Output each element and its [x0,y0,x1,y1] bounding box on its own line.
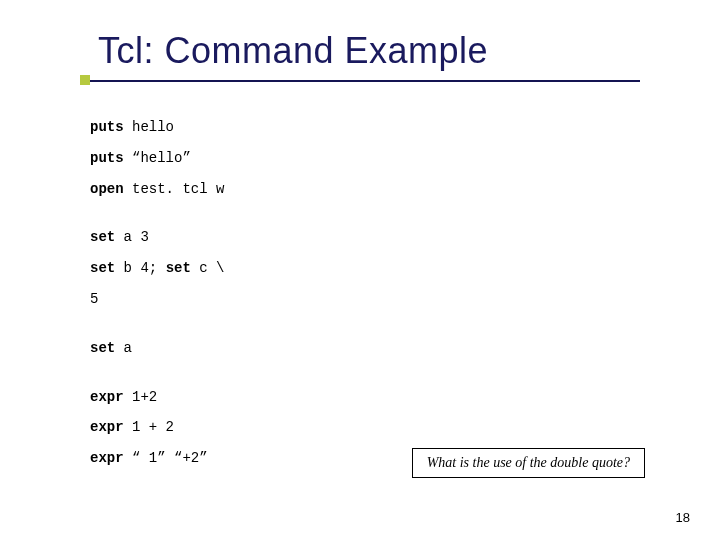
code-text: hello [124,119,174,135]
keyword-set: set [90,260,115,276]
code-text: “hello” [124,150,191,166]
slide-container: Tcl: Command Example puts hello puts “he… [0,0,720,540]
code-line-4: set a 3 [90,222,640,253]
keyword-set: set [90,340,115,356]
code-line-5: set b 4; set c \ [90,253,640,284]
code-text: test. tcl w [124,181,225,197]
code-line-1: puts hello [90,112,640,143]
keyword-open: open [90,181,124,197]
code-text: c \ [191,260,225,276]
code-text: 1+2 [124,389,158,405]
keyword-expr: expr [90,450,124,466]
callout-box: What is the use of the double quote? [412,448,645,478]
code-line-7: set a [90,333,640,364]
bullet-square-icon [80,75,90,85]
code-gap [90,364,640,382]
keyword-set: set [166,260,191,276]
page-number: 18 [676,510,690,525]
code-text: “ 1” “+2” [124,450,208,466]
code-gap [90,315,640,333]
keyword-set: set [90,229,115,245]
code-text: a [115,340,132,356]
code-text: b 4; [115,260,165,276]
keyword-puts: puts [90,150,124,166]
code-line-8: expr 1+2 [90,382,640,413]
code-gap [90,204,640,222]
keyword-expr: expr [90,389,124,405]
code-line-9: expr 1 + 2 [90,412,640,443]
callout-text: What is the use of the double quote? [427,455,630,470]
code-block: puts hello puts “hello” open test. tcl w… [90,112,640,474]
code-line-2: puts “hello” [90,143,640,174]
title-row: Tcl: Command Example [80,30,640,72]
slide-title: Tcl: Command Example [98,30,488,72]
keyword-expr: expr [90,419,124,435]
keyword-puts: puts [90,119,124,135]
code-text: 1 + 2 [124,419,174,435]
code-line-6: 5 [90,284,640,315]
code-text: a 3 [115,229,149,245]
title-underline [80,80,640,82]
code-line-3: open test. tcl w [90,174,640,205]
